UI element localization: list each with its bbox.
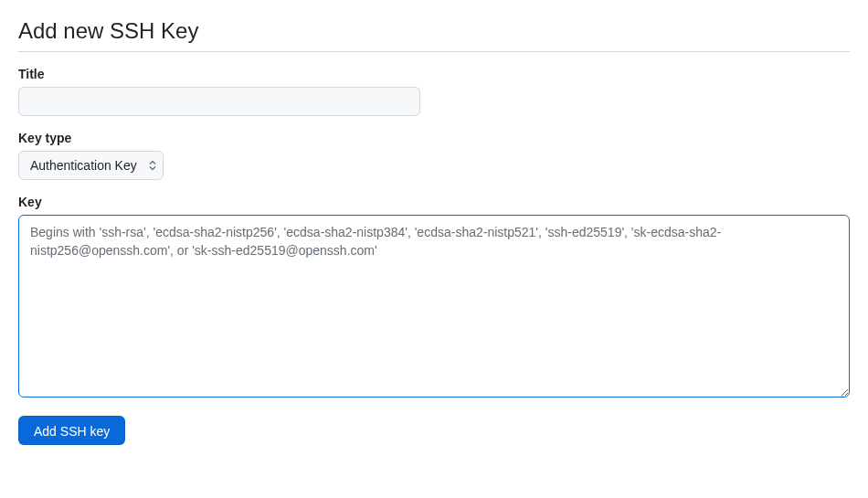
- key-type-select-wrap: Authentication Key: [18, 151, 164, 180]
- key-label: Key: [18, 195, 850, 209]
- key-type-field-group: Key type Authentication Key: [18, 131, 850, 180]
- title-input[interactable]: [18, 87, 420, 116]
- title-label: Title: [18, 67, 850, 81]
- page-title: Add new SSH Key: [18, 18, 850, 52]
- key-type-label: Key type: [18, 131, 850, 145]
- key-field-group: Key: [18, 195, 850, 401]
- add-ssh-key-button[interactable]: Add SSH key: [18, 416, 125, 445]
- title-field-group: Title: [18, 67, 850, 116]
- key-textarea[interactable]: [18, 215, 850, 397]
- key-type-select[interactable]: Authentication Key: [18, 151, 164, 180]
